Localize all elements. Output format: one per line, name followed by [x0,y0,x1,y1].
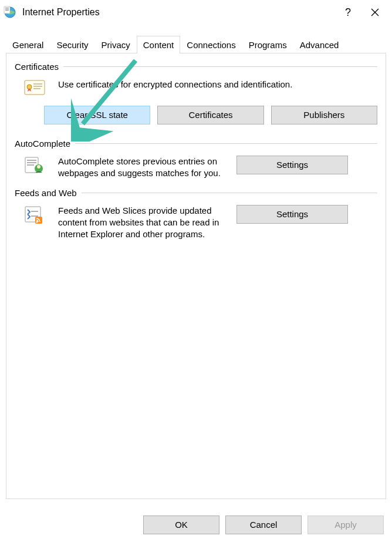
svg-point-20 [36,221,38,223]
tab-connections[interactable]: Connections [180,36,242,53]
certificate-icon [19,79,50,96]
svg-rect-3 [5,9,9,9]
feeds-icon [19,205,50,224]
certificates-button[interactable]: Certificates [157,106,263,124]
ok-button[interactable]: OK [143,516,219,534]
svg-rect-18 [31,215,38,217]
autocomplete-description: AutoComplete stores previous entries on … [58,156,228,180]
svg-rect-17 [31,211,38,212]
window-title: Internet Properties [22,7,334,18]
certificates-group: Certificates Use certificates for encryp… [15,62,377,124]
svg-rect-8 [33,86,42,87]
tab-general[interactable]: General [6,36,50,53]
svg-rect-11 [27,160,36,161]
svg-rect-13 [27,164,34,166]
divider [75,143,377,144]
dialog-footer: OK Cancel Apply [0,511,392,539]
svg-point-15 [37,165,40,169]
cancel-button[interactable]: Cancel [225,516,302,534]
tab-row: General Security Privacy Content Connect… [0,35,392,53]
tab-security[interactable]: Security [50,36,94,53]
svg-point-6 [27,85,32,89]
certificates-description: Use certificates for encrypted connectio… [58,79,377,90]
publishers-button[interactable]: Publishers [271,106,377,124]
tab-advanced[interactable]: Advanced [293,36,346,53]
divider [82,193,377,193]
tab-content-panel: Certificates Use certificates for encryp… [6,53,386,499]
feeds-description: Feeds and Web Slices provide updated con… [58,205,228,241]
clear-ssl-state-button[interactable]: Clear SSL state [44,106,150,124]
close-button[interactable] [361,3,388,22]
apply-button[interactable]: Apply [307,516,384,534]
internet-options-icon [4,6,16,19]
autocomplete-settings-button[interactable]: Settings [236,156,348,174]
feeds-label: Feeds and Web [15,188,82,198]
tab-privacy[interactable]: Privacy [95,36,137,53]
svg-rect-12 [27,162,36,163]
svg-rect-9 [33,88,40,89]
autocomplete-group: AutoComplete AutoComplete stores prev [15,139,377,180]
tab-programs[interactable]: Programs [242,36,293,53]
svg-rect-7 [33,83,42,85]
titlebar: Internet Properties ? [0,0,392,25]
autocomplete-icon [19,156,50,174]
autocomplete-label: AutoComplete [15,139,75,149]
certificates-label: Certificates [15,62,63,72]
feeds-group: Feeds and Web [15,188,377,241]
svg-rect-2 [5,8,9,8]
divider [63,66,377,67]
feeds-settings-button[interactable]: Settings [236,205,348,224]
svg-rect-19 [35,217,42,224]
svg-rect-4 [5,10,9,11]
tab-content[interactable]: Content [137,36,181,53]
help-button[interactable]: ? [334,3,361,22]
